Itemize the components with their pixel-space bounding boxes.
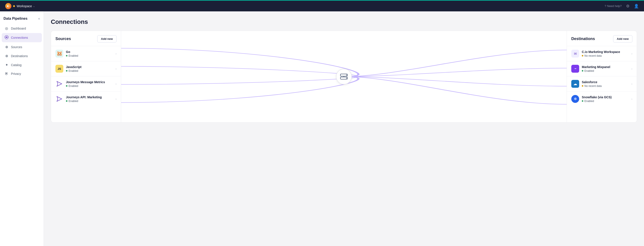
center-node	[336, 69, 352, 84]
sidebar-title: Data Pipelines	[4, 17, 28, 20]
top-navigation: Workspace ⌄ ? Need help? ⚙ 👤	[0, 0, 644, 11]
status-dot-journeys-message	[66, 85, 68, 87]
source-name-journeys-api: Journeys API: Marketing	[66, 95, 116, 99]
catalog-icon: ✦	[4, 63, 9, 67]
status-dot-salesforce	[582, 85, 583, 87]
status-dot-go	[66, 55, 68, 56]
destinations-icon: ⊗	[4, 54, 9, 58]
sidebar-header: Data Pipelines «	[0, 15, 44, 24]
source-icon-journeys-api	[56, 95, 63, 103]
sources-list: 🐹 Go Enabled › JS	[51, 46, 121, 106]
help-button[interactable]: ? Need help?	[604, 4, 622, 8]
dest-status-salesforce: No recent data	[582, 84, 631, 88]
source-item-journeys-api[interactable]: Journeys API: Marketing Enabled ›	[51, 91, 121, 106]
dest-chevron-cio: ›	[631, 52, 632, 55]
workspace-dot	[13, 5, 15, 7]
sidebar-item-sources[interactable]: ⊕ Sources	[2, 43, 42, 51]
connections-icon	[4, 35, 9, 40]
dest-info-cio: C.io Marketing Workspace No recent data	[582, 50, 631, 57]
sources-panel-title: Sources	[56, 36, 71, 41]
destinations-panel-header: Destinations Add new	[567, 31, 637, 46]
status-dot-cio	[582, 55, 583, 56]
sidebar-item-label-dashboard: Dashboard	[11, 27, 26, 30]
workspace-name[interactable]: Workspace ⌄	[13, 4, 35, 8]
sources-add-new-button[interactable]: Add new	[97, 35, 116, 42]
dest-chevron-salesforce: ›	[631, 82, 632, 86]
source-info-javascript: JavaScript Enabled	[66, 65, 116, 72]
sidebar-item-catalog[interactable]: ✦ Catalog	[2, 61, 42, 69]
sidebar-item-destinations[interactable]: ⊗ Destinations	[2, 52, 42, 60]
source-chevron-journeys-message: ›	[116, 82, 116, 86]
dest-name-salesforce: Salesforce	[582, 80, 631, 84]
help-circle-icon: ?	[604, 4, 606, 8]
dest-info-snowflake: Snowflake (via GCS) Enabled	[582, 95, 631, 103]
source-item-javascript[interactable]: JS JavaScript Enabled ›	[51, 61, 121, 76]
sidebar: Data Pipelines « ◎ Dashboard Connections	[0, 11, 44, 246]
status-dot-mixpanel	[582, 70, 583, 72]
status-dot-javascript	[66, 70, 68, 72]
sidebar-item-dashboard[interactable]: ◎ Dashboard	[2, 24, 42, 33]
svg-point-12	[346, 75, 347, 75]
dest-status-snowflake: Enabled	[582, 100, 631, 103]
connections-container: Sources Add new 🐹 Go Enabled	[51, 31, 637, 123]
destinations-add-new-button[interactable]: Add new	[613, 35, 632, 42]
svg-marker-8	[57, 96, 62, 101]
nav-left: Workspace ⌄	[5, 3, 35, 9]
sources-panel: Sources Add new 🐹 Go Enabled	[51, 31, 121, 122]
source-icon-go: 🐹	[56, 50, 63, 57]
sources-panel-header: Sources Add new	[51, 31, 121, 46]
dest-status-mixpanel: Enabled	[582, 69, 631, 72]
dest-icon-cio: ✉	[571, 50, 579, 57]
dest-info-mixpanel: Marketing Mixpanel Enabled	[582, 65, 631, 72]
source-item-go[interactable]: 🐹 Go Enabled ›	[51, 46, 121, 61]
sidebar-item-connections[interactable]: Connections	[2, 33, 42, 42]
dest-name-mixpanel: Marketing Mixpanel	[582, 65, 631, 69]
dest-name-cio: C.io Marketing Workspace	[582, 50, 631, 54]
nav-right: ? Need help? ⚙ 👤	[604, 4, 639, 8]
source-status-journeys-message: Enabled	[66, 84, 116, 88]
source-name-journeys-message: Journeys Message Metrics	[66, 80, 116, 84]
source-icon-journeys-message	[56, 80, 63, 88]
dest-icon-salesforce: ☁	[571, 80, 579, 88]
source-item-journeys-message[interactable]: Journeys Message Metrics Enabled ›	[51, 76, 121, 91]
source-chevron-journeys-api: ›	[116, 97, 116, 101]
source-status-journeys-api: Enabled	[66, 100, 116, 103]
status-dot-journeys-api	[66, 100, 68, 102]
source-name-go: Go	[66, 50, 116, 54]
source-name-javascript: JavaScript	[66, 65, 116, 69]
source-info-go: Go Enabled	[66, 50, 116, 57]
dest-item-snowflake[interactable]: ❄ Snowflake (via GCS) Enabled ›	[567, 91, 637, 106]
settings-icon[interactable]: ⚙	[626, 4, 630, 8]
workspace-chevron-icon: ⌄	[33, 4, 35, 8]
source-info-journeys-message: Journeys Message Metrics Enabled	[66, 80, 116, 88]
source-status-javascript: Enabled	[66, 69, 116, 72]
connector-area	[121, 31, 567, 122]
sidebar-item-label-connections: Connections	[11, 36, 28, 39]
dest-status-cio: No recent data	[582, 54, 631, 57]
sidebar-item-label-privacy: Privacy	[11, 72, 21, 75]
source-chevron-go: ›	[116, 52, 116, 55]
dest-item-salesforce[interactable]: ☁ Salesforce No recent data ›	[567, 76, 637, 91]
center-node-icon	[340, 73, 348, 80]
destinations-list: ✉ C.io Marketing Workspace No recent dat…	[567, 46, 637, 106]
source-chevron-javascript: ›	[116, 67, 116, 70]
dest-icon-snowflake: ❄	[571, 95, 579, 103]
app-layout: Data Pipelines « ◎ Dashboard Connections	[0, 11, 644, 246]
sidebar-item-label-destinations: Destinations	[11, 54, 28, 58]
sources-icon: ⊕	[4, 45, 9, 49]
svg-point-2	[8, 5, 10, 6]
page-title: Connections	[51, 18, 637, 25]
sidebar-nav: ◎ Dashboard Connections ⊕ Sources	[0, 24, 44, 78]
dest-item-mixpanel[interactable]: ··· Marketing Mixpanel Enabled ›	[567, 61, 637, 76]
logo	[5, 3, 12, 9]
destinations-panel-title: Destinations	[571, 36, 595, 41]
dest-icon-mixpanel: ···	[571, 65, 579, 73]
user-icon[interactable]: 👤	[634, 4, 639, 8]
collapse-button[interactable]: «	[38, 17, 40, 20]
dest-item-cio[interactable]: ✉ C.io Marketing Workspace No recent dat…	[567, 46, 637, 61]
sidebar-item-label-catalog: Catalog	[11, 63, 22, 67]
dest-info-salesforce: Salesforce No recent data	[582, 80, 631, 88]
sidebar-item-privacy[interactable]: ⛨ Privacy	[2, 70, 42, 78]
sidebar-item-label-sources: Sources	[11, 45, 22, 49]
svg-marker-7	[57, 81, 62, 86]
